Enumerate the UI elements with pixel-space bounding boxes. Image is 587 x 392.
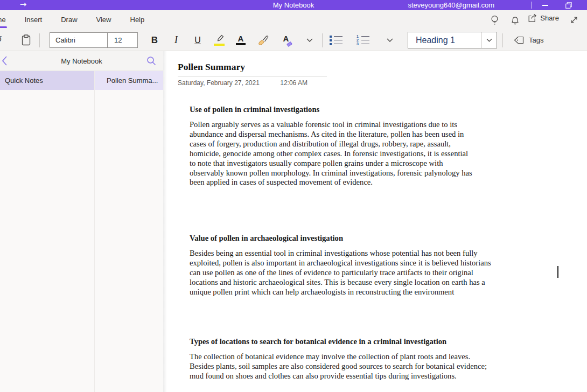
- titlebar-divider: [532, 2, 532, 9]
- page-label: Pollen Summa...: [107, 76, 158, 85]
- section-label: Quick Notes: [5, 76, 43, 85]
- restore-button[interactable]: [565, 2, 572, 9]
- sidebar-columns: Quick Notes Pollen Summa...: [0, 71, 163, 392]
- notifications-bell-icon[interactable]: [508, 13, 521, 26]
- note-section: Value of pollen in archaeological invest…: [190, 233, 525, 297]
- note-section: Use of pollen in criminal investigations…: [190, 104, 525, 187]
- undo-icon: ↺: [0, 34, 2, 45]
- menu-tab-home[interactable]: Home: [0, 13, 7, 28]
- tag-icon: [514, 36, 525, 44]
- page-time: 12:06 AM: [280, 79, 308, 87]
- note-canvas[interactable]: Pollen Summary Saturday, February 27, 20…: [163, 51, 587, 392]
- app-body: My Notebook Quick Notes Pollen Summa: [0, 51, 587, 392]
- undo-button[interactable]: ↺: [0, 34, 4, 46]
- bold-icon: B: [151, 35, 158, 46]
- back-chevron-icon[interactable]: [1, 55, 9, 66]
- more-formatting-button[interactable]: [302, 32, 318, 48]
- title-underline: [178, 76, 327, 76]
- notebook-sidebar: My Notebook Quick Notes Pollen Summa: [0, 51, 163, 392]
- paste-button[interactable]: [18, 32, 34, 48]
- font-color-button[interactable]: A: [233, 32, 249, 48]
- italic-button[interactable]: I: [168, 32, 184, 48]
- toolbar-separator: [502, 33, 503, 47]
- format-painter-button[interactable]: [255, 32, 271, 48]
- fullscreen-expand-icon[interactable]: [568, 13, 581, 26]
- minimize-button[interactable]: [542, 5, 548, 6]
- style-selected-label: Heading 1: [408, 36, 481, 45]
- page-datetime: Saturday, February 27, 2021 12:06 AM: [178, 79, 587, 87]
- menu-tab-insert[interactable]: Insert: [24, 13, 44, 28]
- titlebar: → My Notebook steveyoung640@gmail.com: [0, 0, 587, 10]
- font-controls: Calibri 12: [50, 32, 138, 48]
- share-icon: [527, 13, 537, 23]
- section-paragraph[interactable]: Besides being an essential tool in crimi…: [190, 249, 525, 297]
- format-painter-icon: [257, 34, 270, 46]
- numbered-list-button[interactable]: 1 2 3: [355, 32, 371, 48]
- section-paragraph[interactable]: The collection of botanical evidence may…: [190, 352, 525, 381]
- section-paragraph[interactable]: Pollen arguably serves as a valuable for…: [190, 120, 525, 187]
- underline-button[interactable]: U: [190, 32, 206, 48]
- bullet-list-button[interactable]: [328, 32, 344, 48]
- section-heading[interactable]: Value of pollen in archaeological invest…: [190, 233, 525, 243]
- chevron-down-icon: [387, 38, 393, 42]
- chevron-down-icon: [486, 38, 492, 42]
- note-section: Types of locations to search for botanic…: [190, 337, 525, 381]
- pages-column: Pollen Summa...: [95, 71, 163, 392]
- formatting-toolbar: ↺ Calibri 12 B I U: [0, 30, 587, 51]
- clipboard-icon: [22, 34, 31, 46]
- style-dropdown-chevron[interactable]: [481, 32, 497, 48]
- bold-button[interactable]: B: [146, 32, 163, 48]
- page-date: Saturday, February 27, 2021: [178, 79, 260, 87]
- share-button[interactable]: Share: [527, 13, 559, 23]
- window-title: My Notebook: [0, 0, 587, 10]
- clear-formatting-icon: A: [280, 34, 292, 47]
- tags-label: Tags: [529, 36, 543, 44]
- italic-icon: I: [174, 34, 178, 46]
- tags-button[interactable]: Tags: [514, 36, 543, 44]
- highlighter-icon: [213, 34, 225, 47]
- account-email[interactable]: steveyoung640@gmail.com: [408, 0, 494, 10]
- search-icon[interactable]: [146, 55, 157, 66]
- toolbar-separator: [322, 33, 323, 47]
- menubar: Home Insert Draw View Help Share: [0, 10, 587, 30]
- underline-icon: U: [194, 36, 201, 45]
- section-heading[interactable]: Types of locations to search for botanic…: [190, 337, 525, 346]
- menu-tab-help[interactable]: Help: [129, 13, 146, 28]
- clear-formatting-button[interactable]: A: [278, 32, 294, 48]
- notebook-title[interactable]: My Notebook: [0, 57, 163, 65]
- section-heading[interactable]: Use of pollen in criminal investigations: [190, 104, 525, 114]
- highlight-button[interactable]: [211, 32, 227, 48]
- menu-tab-view[interactable]: View: [95, 13, 113, 28]
- chevron-down-icon: [306, 38, 313, 42]
- numbered-list-icon: 1 2 3: [356, 34, 370, 46]
- share-label: Share: [540, 14, 559, 22]
- page-title[interactable]: Pollen Summary: [178, 61, 587, 73]
- restore-icon: [565, 2, 572, 9]
- text-cursor: [557, 266, 558, 278]
- menu-tab-draw[interactable]: Draw: [60, 13, 78, 28]
- lightbulb-icon[interactable]: [488, 13, 501, 26]
- page-item-pollen-summary[interactable]: Pollen Summa...: [95, 71, 163, 90]
- font-color-icon: A: [235, 34, 247, 47]
- section-item-quick-notes[interactable]: Quick Notes: [0, 71, 94, 90]
- toolbar-separator: [39, 33, 40, 47]
- page-title-block: Pollen Summary Saturday, February 27, 20…: [163, 51, 587, 87]
- style-dropdown[interactable]: Heading 1: [408, 32, 497, 48]
- sidebar-header: My Notebook: [0, 51, 163, 71]
- font-size-input[interactable]: 12: [107, 33, 137, 47]
- onenote-app: → My Notebook steveyoung640@gmail.com Ho…: [0, 0, 587, 392]
- list-options-button[interactable]: [382, 32, 398, 48]
- bullet-list-icon: [329, 34, 343, 46]
- sections-column: Quick Notes: [0, 71, 95, 392]
- font-name-input[interactable]: Calibri: [50, 33, 107, 47]
- page-sections: Use of pollen in criminal investigations…: [190, 104, 525, 381]
